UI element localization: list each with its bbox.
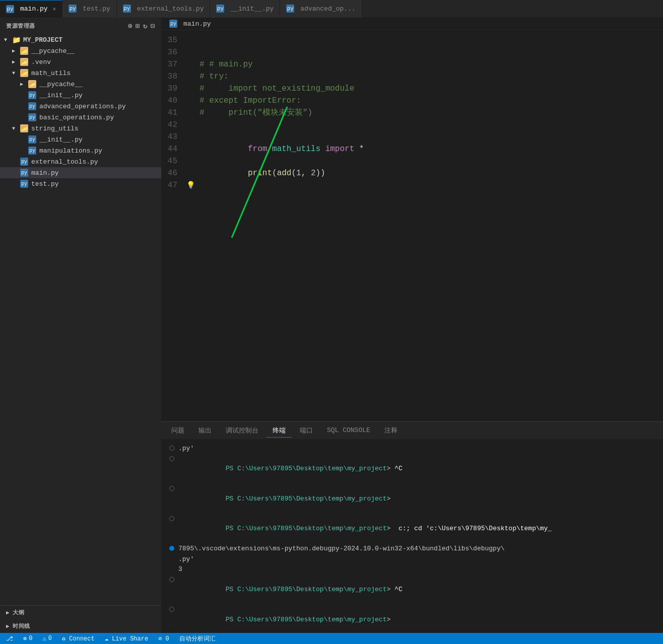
terminal-tab-problems[interactable]: 问题 (165, 424, 190, 438)
tab-main-py[interactable]: py main.py ✕ (0, 0, 62, 18)
line-number: 43 (161, 131, 185, 143)
status-warnings[interactable]: ⚠ 0 (40, 635, 53, 642)
status-connect[interactable]: ♻ Connect (60, 635, 97, 642)
terminal-text: PS C:\Users\97895\Desktop\temp\my_projec… (178, 575, 655, 605)
terminal-tab-comments[interactable]: 注释 (378, 424, 404, 438)
terminal-line-7: 3 (169, 564, 655, 575)
terminal-line-1: .py' (169, 444, 655, 454)
sidebar-item-test[interactable]: ▶ py test.py (0, 178, 161, 189)
new-file-icon[interactable]: ⊕ (128, 22, 132, 30)
status-errors[interactable]: ⊗ 0 (21, 635, 34, 642)
section-label: 大纲 (13, 609, 24, 616)
sidebar-item-label: math_utils (31, 69, 161, 77)
terminal-text: PS C:\Users\97895\Desktop\temp\my_projec… (178, 454, 655, 484)
status-live-share[interactable]: ☁ Live Share (103, 635, 150, 642)
line-number: 44 (161, 143, 185, 155)
line-number: 45 (161, 155, 185, 167)
collapse-icon[interactable]: ⊟ (151, 22, 155, 30)
terminal-path: PS C:\Users\97895\Desktop\temp\my_projec… (226, 495, 387, 503)
tab-label: __init__.py (230, 5, 274, 13)
section-label: 时间线 (13, 622, 30, 630)
terminal-prompt: > (386, 586, 394, 593)
sidebar-item-advanced-ops[interactable]: ▶ py advanced_operations.py (0, 101, 161, 112)
terminal-line-6: .py' (169, 554, 655, 564)
status-auto-analysis[interactable]: 自动分析词汇 (177, 634, 218, 643)
folder-icon: 📂 (20, 58, 28, 66)
code-line-39: 39 # import not_existing_module (161, 83, 663, 95)
sidebar-section-timeline[interactable]: ▶ 时间线 (0, 619, 161, 633)
sidebar-item-label: string_utils (31, 125, 161, 132)
terminal-path: PS C:\Users\97895\Desktop\temp\my_projec… (226, 525, 387, 532)
python-icon: py (69, 5, 77, 13)
terminal-tab-terminal[interactable]: 终端 (267, 424, 292, 438)
code-line-36: 36 (161, 46, 663, 58)
sidebar-item-manipulations[interactable]: ▶ py manipulations.py (0, 145, 161, 156)
main-area: 资源管理器 ⊕ ⊞ ↻ ⊟ ▼ 📁 MY_PROJECT ▶ 📂 __pycac… (0, 18, 663, 633)
sidebar: 资源管理器 ⊕ ⊞ ↻ ⊟ ▼ 📁 MY_PROJECT ▶ 📂 __pycac… (0, 18, 161, 633)
folder-icon: 📂 (28, 80, 36, 88)
terminal-tab-ports[interactable]: 端口 (294, 424, 319, 438)
error-icon: ⊗ (23, 635, 27, 642)
terminal-tab-debug[interactable]: 调试控制台 (220, 424, 264, 438)
tab-external-tools-py[interactable]: py external_tools.py (117, 0, 211, 18)
terminal-tab-sql[interactable]: SQL CONSOLE (321, 424, 376, 437)
sidebar-item-pycache1[interactable]: ▶ 📂 __pycache__ (0, 45, 161, 56)
sidebar-item-init1[interactable]: ▶ py __init__.py (0, 90, 161, 101)
sidebar-item-string-utils[interactable]: ▼ 📂 string_utils (0, 123, 161, 134)
error-count: 0 (29, 635, 32, 642)
warning-count: 0 (48, 635, 52, 642)
auto-analysis-label: 自动分析词汇 (179, 634, 216, 643)
sidebar-item-external-tools[interactable]: ▶ py external_tools.py (0, 156, 161, 167)
editor-filename: main.py (183, 20, 211, 28)
line-content: # import not_existing_module (195, 83, 663, 95)
line-number: 42 (161, 119, 185, 131)
sidebar-item-project[interactable]: ▼ 📁 MY_PROJECT (0, 34, 161, 45)
editor-spacer (161, 230, 663, 422)
sidebar-item-label: .venv (31, 58, 161, 66)
terminal-panel: 问题 输出 调试控制台 终端 端口 SQL CONSOLE 注释 .py' PS… (161, 421, 663, 633)
expand-arrow: ▶ (20, 81, 28, 87)
tab-label: external_tools.py (137, 5, 204, 13)
svg-line-0 (232, 107, 287, 238)
tab-test-py[interactable]: py test.py (62, 0, 117, 18)
terminal-text: PS C:\Users\97895\Desktop\temp\my_projec… (178, 605, 655, 633)
terminal-dot (169, 566, 174, 571)
sidebar-item-basic-ops[interactable]: ▶ py basic_operations.py (0, 112, 161, 123)
tab-close-button[interactable]: ✕ (53, 6, 56, 12)
sidebar-section-outline[interactable]: ▶ 大纲 (0, 606, 161, 619)
sidebar-item-label: __init__.py (39, 92, 161, 99)
tab-advanced-py[interactable]: py advanced_op... (280, 0, 362, 18)
lightbulb-icon[interactable]: 💡 (186, 179, 195, 191)
terminal-dot (169, 486, 174, 491)
sidebar-item-math-utils[interactable]: ▼ 📂 math_utils (0, 67, 161, 79)
sidebar-item-label: main.py (31, 169, 161, 177)
terminal-line-5: 7895\.vscode\extensions\ms-python.debugp… (169, 544, 655, 554)
sidebar-item-pycache2[interactable]: ▶ 📂 __pycache__ (0, 79, 161, 90)
terminal-line-2: PS C:\Users\97895\Desktop\temp\my_projec… (169, 454, 655, 484)
sidebar-item-init2[interactable]: ▶ py __init__.py (0, 134, 161, 145)
terminal-text: PS C:\Users\97895\Desktop\temp\my_projec… (178, 484, 655, 514)
sidebar-item-label: __pycache__ (39, 81, 161, 88)
python-icon: py (20, 158, 28, 166)
git-branch-icon: ⎇ (6, 635, 13, 642)
tab-bar: py main.py ✕ py test.py py external_tool… (0, 0, 663, 18)
sidebar-item-main[interactable]: ▶ py main.py (0, 167, 161, 178)
status-git-branch[interactable]: ⎇ (4, 635, 15, 642)
terminal-tab-output[interactable]: 输出 (192, 424, 218, 438)
expand-arrow: ▶ (6, 623, 10, 629)
terminal-prompt: > (386, 465, 394, 472)
tab-init-py[interactable]: py __init__.py (210, 0, 280, 18)
sidebar-item-venv[interactable]: ▶ 📂 .venv (0, 56, 161, 67)
sidebar-item-label: __pycache__ (31, 47, 161, 55)
code-line-37: 37 # # main.py (161, 58, 663, 70)
line-content: # try: (195, 70, 663, 83)
sidebar-item-label: manipulations.py (39, 147, 161, 155)
new-folder-icon[interactable]: ⊞ (136, 22, 140, 30)
terminal-prompt: > (386, 525, 394, 532)
terminal-text: PS C:\Users\97895\Desktop\temp\my_projec… (178, 514, 655, 544)
terminal-line-4: PS C:\Users\97895\Desktop\temp\my_projec… (169, 514, 655, 544)
refresh-icon[interactable]: ↻ (143, 22, 148, 30)
line-number: 39 (161, 83, 185, 95)
status-zero[interactable]: ⊘ 0 (156, 635, 171, 642)
terminal-content[interactable]: .py' PS C:\Users\97895\Desktop\temp\my_p… (161, 440, 663, 633)
